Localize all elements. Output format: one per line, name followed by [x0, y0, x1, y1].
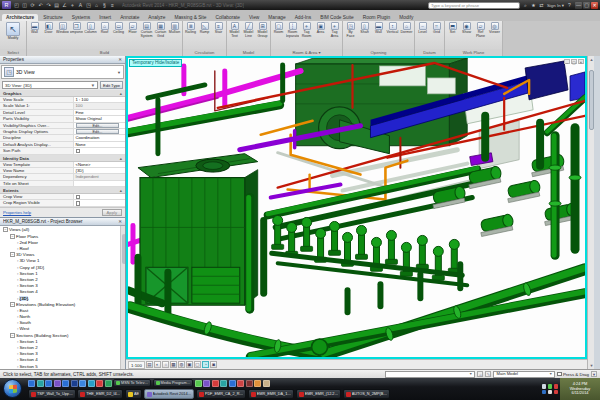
property-value[interactable]: {3D} — [73, 168, 126, 173]
task-button[interactable]: AUTOS_N_2MP(B… — [343, 389, 390, 399]
column-button[interactable]: ▯Column — [84, 22, 97, 35]
modify-button[interactable]: ↖Modify — [1, 22, 25, 41]
collapse-icon[interactable]: ▴ — [120, 155, 122, 161]
reveal-hidden-icon[interactable]: ◙ — [210, 361, 217, 368]
ramp-button[interactable]: ◺Ramp — [198, 22, 211, 35]
quick-launch-icon[interactable] — [254, 380, 261, 387]
area-button[interactable]: ▣Area — [314, 22, 327, 35]
task-button[interactable]: TSP_Wall_To_Upp… — [28, 389, 76, 399]
task-button[interactable]: THE_EMR_D2_I4… — [77, 389, 123, 399]
taskbar-clock[interactable]: 4:24 PM Wednesday 6/11/2014 — [560, 378, 600, 400]
close-button[interactable]: ✕ — [591, 2, 598, 9]
minimize-button[interactable]: — — [575, 2, 582, 9]
wall-button[interactable]: ▬Wall — [28, 22, 41, 35]
quick-launch-icon[interactable] — [88, 380, 95, 387]
component-button[interactable]: ❒Component — [70, 22, 83, 35]
wall-button[interactable]: ▬Wall — [372, 22, 385, 35]
properties-palette-header[interactable]: Properties ✕ — [0, 56, 125, 64]
tab-manage[interactable]: Manage — [264, 14, 289, 21]
property-value[interactable]: Independent — [73, 174, 126, 179]
visual-style-icon[interactable]: ◐ — [154, 361, 161, 368]
set-button[interactable]: ⬒Set — [446, 22, 459, 35]
quick-launch-icon[interactable] — [203, 380, 210, 387]
tray-icon[interactable] — [548, 384, 553, 389]
edit-type-button[interactable]: Edit Type — [100, 81, 123, 89]
grid-button[interactable]: ⌗Grid — [430, 22, 443, 35]
close-icon[interactable]: ✕ — [118, 57, 122, 62]
edit-button[interactable]: Edit... — [76, 123, 120, 128]
tree-expand-icon[interactable]: − — [10, 302, 15, 307]
maximize-button[interactable]: ▢ — [583, 2, 590, 9]
tree-expand-icon[interactable]: − — [10, 333, 15, 338]
tab-structure[interactable]: Structure — [39, 14, 66, 21]
sync-icon[interactable]: ⟳ — [29, 2, 36, 9]
search-input[interactable]: Type a keyword or phrase — [428, 2, 520, 9]
press-drag-checkbox[interactable]: Press & Drag — [557, 372, 589, 377]
quick-launch-icon[interactable] — [229, 380, 236, 387]
window-button[interactable]: ◫Window — [56, 22, 69, 35]
collapse-icon[interactable]: ▴ — [120, 187, 122, 193]
taskbar-toolbar-button[interactable]: Media Program… — [153, 379, 194, 387]
section-icon[interactable]: § — [101, 2, 108, 9]
instance-selector[interactable]: 3D View: {3D} ▼ — [2, 81, 98, 89]
shadows-icon[interactable]: ▩ — [170, 361, 177, 368]
crop-region-icon[interactable]: ▢ — [194, 361, 201, 368]
task-button[interactable]: AE — [125, 389, 142, 399]
viewport-scrollbar[interactable]: ▲▼ — [587, 56, 594, 369]
tab-annotate[interactable]: Annotate — [116, 14, 143, 21]
tray-icon[interactable] — [554, 384, 559, 389]
crop-view-icon[interactable]: ▣ — [186, 361, 193, 368]
tab-bim-code-suite[interactable]: BIM Code Suite — [316, 14, 358, 21]
checkbox[interactable] — [76, 195, 81, 200]
temporary-hide-icon[interactable]: ◔ — [202, 361, 209, 368]
property-value[interactable]: Coordination — [73, 135, 126, 140]
sign-in-button[interactable]: Sign In ▾ — [547, 3, 564, 8]
3d-view-canvas[interactable]: Temporary Hide/Isolate ‒▢✕ — [126, 56, 587, 359]
mullion-button[interactable]: ▥Mullion — [168, 22, 181, 35]
by-face-button[interactable]: ◳By Face — [344, 22, 357, 39]
edit-button[interactable]: Edit... — [76, 129, 120, 134]
door-button[interactable]: ◧Door — [42, 22, 55, 35]
worksets-icon[interactable]: ⌂ — [477, 371, 483, 377]
apply-button[interactable]: Apply — [102, 209, 122, 216]
task-button[interactable]: PDF_EMR_CA_2_R… — [196, 389, 246, 399]
text-icon[interactable]: A — [77, 2, 84, 9]
save-icon[interactable]: ◫ — [21, 2, 28, 9]
viewer-button[interactable]: ◎Viewer — [488, 22, 501, 35]
floor-button[interactable]: ▱Floor — [126, 22, 139, 35]
tab-systems[interactable]: Systems — [68, 14, 94, 21]
exchange-icon[interactable]: ⇄ — [538, 2, 545, 9]
redo-icon[interactable]: ↷ — [45, 2, 52, 9]
railing-button[interactable]: ≣Railing — [184, 22, 197, 35]
property-value[interactable]: Fine — [73, 110, 126, 115]
checkbox[interactable] — [76, 201, 81, 206]
shaft-button[interactable]: ▯Shaft — [358, 22, 371, 35]
property-value[interactable]: <None> — [73, 162, 126, 167]
quick-launch-icon[interactable] — [79, 380, 86, 387]
quick-launch-icon[interactable] — [71, 380, 78, 387]
task-button[interactable]: EMR_EMR_(12.2… — [296, 389, 342, 399]
tag-area-button[interactable]: ⌖Tag Area — [328, 22, 341, 39]
quick-launch-icon[interactable] — [195, 380, 202, 387]
room-button[interactable]: ▢Room — [272, 22, 285, 35]
quick-launch-icon[interactable] — [263, 380, 270, 387]
print-icon[interactable]: ▤ — [53, 2, 60, 9]
model-line-button[interactable]: ╱Model Line — [242, 22, 255, 39]
start-button[interactable] — [3, 379, 22, 398]
curtain-grid-button[interactable]: ▦Curtain Grid — [154, 22, 167, 39]
tree-expand-icon[interactable]: − — [10, 234, 15, 239]
tab-massing-site[interactable]: Massing & Site — [170, 14, 210, 21]
quick-launch-icon[interactable] — [45, 380, 52, 387]
quick-launch-icon[interactable] — [237, 380, 244, 387]
application-menu-button[interactable]: R — [2, 1, 11, 9]
browser-scrollbar[interactable] — [120, 226, 125, 369]
filter-icon[interactable]: ▼ — [591, 371, 597, 377]
model-text-button[interactable]: AModel Text — [228, 22, 241, 39]
tab-view[interactable]: View — [245, 14, 263, 21]
editable-only-icon[interactable]: ✎ — [485, 371, 491, 377]
tab-insert[interactable]: Insert — [95, 14, 115, 21]
quick-launch-icon[interactable] — [62, 380, 69, 387]
view-scale-button[interactable]: 1:100 — [128, 361, 145, 369]
tab-modify[interactable]: Modify — [395, 14, 417, 21]
type-selector[interactable]: ◳ 3D View ▼ — [1, 65, 124, 79]
